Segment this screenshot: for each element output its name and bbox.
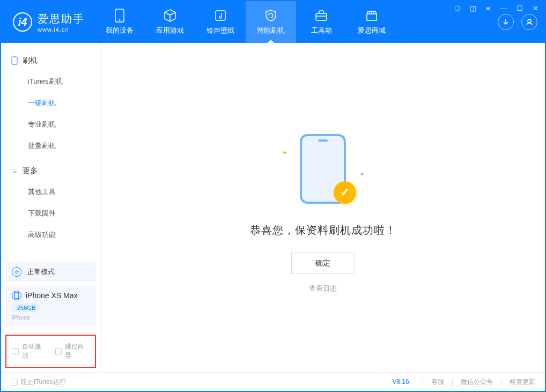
nav-apps-games[interactable]: 应用游戏 [145, 1, 195, 43]
minimize-button[interactable]: — [498, 3, 509, 13]
maximize-button[interactable]: ☐ [514, 3, 525, 13]
view-log-link[interactable]: 查看日志 [309, 284, 337, 293]
nav-store[interactable]: 爱思商城 [346, 1, 397, 43]
checkbox-icon [12, 348, 19, 355]
ok-button[interactable]: 确定 [291, 253, 355, 274]
list-icon: ≡ [11, 167, 18, 175]
lock-icon[interactable]: ◫ [468, 3, 478, 13]
download-button[interactable] [498, 14, 514, 30]
sidebar-item-other-tools[interactable]: 其他工具 [1, 181, 100, 203]
refresh-shield-icon [264, 9, 278, 23]
svg-rect-5 [12, 57, 17, 64]
music-icon [213, 9, 227, 23]
version-label: V8.16 [392, 378, 409, 386]
check-badge-icon: ✓ [334, 181, 356, 204]
phone-small-icon [11, 56, 18, 65]
sidebar-item-oneclick-flash[interactable]: 一键刷机 [1, 92, 100, 114]
device-mode[interactable]: ⟳ 正常模式 [5, 262, 96, 282]
opt-auto-activate[interactable]: 自动激活 [12, 342, 47, 360]
shirt-icon[interactable]: ⬡ [452, 3, 462, 13]
checkbox-icon [55, 348, 62, 355]
nav-smart-flash[interactable]: 智能刷机 [246, 1, 296, 43]
status-bar: 阻止iTunes运行 V8.16 | 客服 | 微信公众号 | 检查更新 [1, 372, 545, 391]
sparkle-icon: ✦ [359, 171, 365, 178]
main-content: ✦ ✓ ✦ 恭喜您，保资料刷机成功啦！ 确定 查看日志 [101, 43, 545, 372]
cube-icon [163, 9, 177, 23]
opt-skip-guide[interactable]: 跳过向导 [55, 342, 90, 360]
device-type: iPhone [12, 314, 90, 321]
nav-toolbox[interactable]: 工具箱 [296, 1, 346, 43]
check-update-link[interactable]: 检查更新 [510, 378, 535, 387]
svg-rect-2 [216, 11, 225, 20]
nav-ringtone-wallpaper[interactable]: 铃声壁纸 [195, 1, 246, 43]
menu-icon[interactable]: ≡ [484, 3, 492, 13]
close-button[interactable]: ✕ [530, 3, 541, 13]
sparkle-icon: ✦ [282, 149, 287, 157]
checkbox-icon [11, 379, 18, 386]
mode-icon: ⟳ [12, 267, 21, 277]
sidebar: 刷机 iTunes刷机 一键刷机 专业刷机 批量刷机 ≡ 更多 其他工具 下载固… [1, 43, 101, 372]
svg-point-4 [528, 19, 531, 23]
main-nav: 我的设备 应用游戏 铃声壁纸 智能刷机 工具箱 爱思商城 [94, 1, 397, 43]
phone-icon [12, 291, 21, 300]
success-message: 恭喜您，保资料刷机成功啦！ [250, 223, 396, 238]
sidebar-item-advanced[interactable]: 高级功能 [1, 224, 100, 246]
device-info[interactable]: iPhone XS Max 256GB iPhone [5, 285, 96, 326]
app-header: i4 爱思助手 www.i4.cn 我的设备 应用游戏 铃声壁纸 智能刷机 工具… [1, 1, 545, 43]
flash-options: 自动激活 跳过向导 [5, 335, 96, 368]
sidebar-item-batch-flash[interactable]: 批量刷机 [1, 135, 100, 157]
svg-rect-3 [316, 13, 327, 20]
success-illustration: ✦ ✓ ✦ [280, 134, 366, 209]
block-itunes-checkbox[interactable]: 阻止iTunes运行 [11, 378, 66, 387]
support-link[interactable]: 客服 [431, 378, 444, 387]
user-button[interactable] [521, 14, 537, 30]
toolbox-icon [314, 9, 328, 23]
app-site: www.i4.cn [38, 26, 85, 33]
nav-my-device[interactable]: 我的设备 [94, 1, 145, 43]
window-controls: ⬡ ◫ ≡ — ☐ ✕ [452, 3, 541, 13]
sidebar-item-download-firmware[interactable]: 下载固件 [1, 203, 100, 224]
sidebar-item-pro-flash[interactable]: 专业刷机 [1, 114, 100, 135]
app-logo: i4 爱思助手 www.i4.cn [1, 1, 94, 43]
device-icon [113, 9, 127, 23]
svg-point-1 [119, 19, 121, 21]
store-icon [365, 9, 379, 23]
device-storage: 256GB [12, 304, 41, 312]
sidebar-item-itunes-flash[interactable]: iTunes刷机 [1, 71, 100, 92]
app-name: 爱思助手 [38, 12, 85, 26]
logo-icon: i4 [13, 12, 32, 32]
sidebar-cat-flash: 刷机 [1, 50, 100, 71]
sidebar-cat-more: ≡ 更多 [1, 161, 100, 181]
wechat-link[interactable]: 微信公众号 [461, 378, 493, 387]
device-name: iPhone XS Max [26, 291, 78, 300]
svg-rect-6 [14, 292, 19, 299]
